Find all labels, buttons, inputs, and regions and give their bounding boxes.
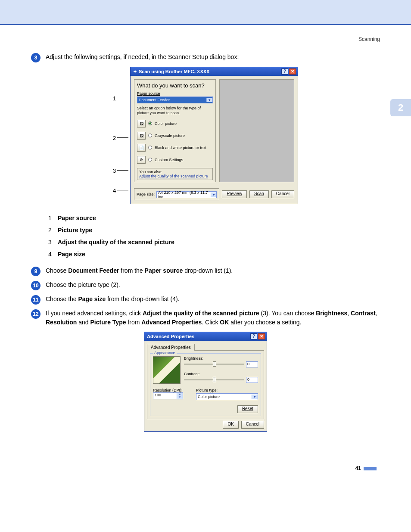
section-header: Scanning — [31, 36, 380, 53]
ok-button[interactable]: OK — [223, 421, 238, 429]
resolution-value: 100 — [153, 393, 177, 399]
radio-custom[interactable] — [148, 158, 152, 162]
chevron-down-icon: ▾ — [252, 395, 258, 399]
page-size-group: Page size: A4 210 x 297 mm (8.3 x 11.7 i… — [134, 188, 219, 200]
page-size-dropdown[interactable]: A4 210 x 297 mm (8.3 x 11.7 inc ▾ — [156, 191, 217, 198]
figure-scan-dialog: 1 2 3 4 ✦ Scan using Brother MFC- XXXX ?… — [31, 67, 380, 204]
paper-source-value: Document Feeder — [139, 98, 170, 102]
brightness-slider[interactable] — [184, 364, 244, 365]
step-9: 9 Choose Document Feeder from the Paper … — [31, 266, 380, 276]
radio-grayscale[interactable] — [148, 134, 152, 137]
step-text: If you need advanced settings, click Adj… — [46, 309, 380, 327]
reset-button[interactable]: Reset — [237, 405, 258, 413]
step-text: Choose the Page size from the drop-down … — [46, 295, 380, 304]
callout-3: 3 — [113, 168, 116, 174]
legend-paper-source: Paper source — [58, 215, 96, 221]
step-12: 12 If you need advanced settings, click … — [31, 309, 380, 327]
scan-button[interactable]: Scan — [249, 190, 269, 198]
chevron-down-icon: ▾ — [206, 98, 212, 102]
appearance-fieldset: Appearance Brightness: 0 Contrast: — [150, 353, 261, 416]
option-bw[interactable]: 📄 Black and white picture or text — [137, 144, 213, 152]
custom-settings-icon: ⚙ — [137, 156, 146, 164]
step-number: 8 — [31, 53, 40, 62]
scan-dialog-title: Scan using Brother MFC- XXXX — [139, 69, 209, 74]
paper-source-label: Paper source — [137, 91, 213, 96]
step-text: Choose Document Feeder from the Paper so… — [46, 266, 380, 276]
option-grayscale[interactable]: 🖼 Grayscale picture — [137, 132, 213, 140]
step-number: 10 — [31, 281, 40, 290]
option-color[interactable]: 🖼 Color picture — [137, 120, 213, 128]
preview-thumbnail — [153, 356, 181, 384]
step-text: Choose the picture type (2). — [46, 280, 380, 290]
callout-4: 4 — [113, 187, 116, 194]
legend-picture-type: Picture type — [58, 227, 92, 233]
option-custom[interactable]: ⚙ Custom Settings — [137, 156, 213, 164]
option-bw-label: Black and white picture or text — [155, 146, 206, 150]
spin-down-icon[interactable]: ▼ — [177, 396, 183, 399]
preview-button[interactable]: Preview — [222, 190, 247, 198]
preview-pane — [219, 79, 294, 182]
callout-2: 2 — [113, 135, 116, 141]
top-band — [0, 0, 411, 24]
picture-type-value: Color picture — [198, 395, 220, 399]
paper-source-dropdown[interactable]: Document Feeder ▾ — [137, 96, 213, 103]
picture-type-label: Picture type: — [196, 388, 258, 392]
bw-picture-icon: 📄 — [137, 144, 146, 152]
resolution-label: Resolution (DPI): — [153, 388, 192, 392]
contrast-label: Contrast: — [184, 372, 258, 376]
legend-adjust-quality: Adjust the quality of the scanned pictur… — [58, 239, 174, 246]
option-grayscale-label: Grayscale picture — [155, 134, 185, 138]
appearance-legend: Appearance — [153, 351, 177, 355]
close-button[interactable]: ✕ — [258, 333, 265, 339]
wizard-icon: ✦ — [133, 69, 137, 75]
contrast-value[interactable]: 0 — [246, 377, 258, 383]
radio-bw[interactable] — [148, 146, 152, 149]
color-picture-icon: 🖼 — [137, 120, 146, 128]
help-button[interactable]: ? — [250, 333, 257, 339]
advprop-title: Advanced Properties — [147, 334, 194, 339]
callout-legend: 1Paper source 2Picture type 3Adjust the … — [48, 212, 380, 260]
picture-type-dropdown[interactable]: Color picture ▾ — [196, 393, 258, 400]
page-number: 41 — [31, 439, 380, 471]
step-number: 11 — [31, 295, 40, 305]
chevron-down-icon: ▾ — [211, 193, 216, 197]
advanced-properties-dialog: Advanced Properties ? ✕ Advanced Propert… — [144, 332, 267, 432]
callout-1: 1 — [113, 95, 116, 102]
legend-page-size: Page size — [58, 251, 85, 258]
close-button[interactable]: ✕ — [289, 68, 296, 75]
spin-up-icon[interactable]: ▲ — [177, 393, 183, 396]
step-number: 12 — [31, 309, 40, 319]
figure-advanced-properties: Advanced Properties ? ✕ Advanced Propert… — [31, 332, 380, 432]
option-custom-label: Custom Settings — [155, 158, 183, 162]
you-can-also-box: You can also: Adjust the quality of the … — [137, 168, 213, 180]
step-number: 9 — [31, 267, 40, 276]
contrast-slider[interactable] — [184, 379, 244, 380]
step-11: 11 Choose the Page size from the drop-do… — [31, 295, 380, 305]
scan-dialog: ✦ Scan using Brother MFC- XXXX ? ✕ What … — [130, 67, 298, 204]
radio-color[interactable] — [148, 121, 152, 125]
advprop-titlebar[interactable]: Advanced Properties ? ✕ — [144, 332, 267, 341]
grayscale-picture-icon: 🖼 — [137, 132, 146, 140]
scan-heading: What do you want to scan? — [137, 82, 213, 89]
you-can-also-label: You can also: — [139, 170, 211, 174]
brightness-label: Brightness: — [184, 356, 258, 361]
resolution-spinner[interactable]: 100 ▲▼ — [153, 392, 183, 399]
option-color-label: Color picture — [155, 121, 177, 126]
brightness-value[interactable]: 0 — [246, 361, 258, 367]
step-text: Adjust the following settings, if needed… — [46, 53, 380, 62]
select-help-text: Select an option below for the type of p… — [137, 106, 213, 115]
scan-dialog-titlebar[interactable]: ✦ Scan using Brother MFC- XXXX ? ✕ — [131, 67, 298, 76]
step-10: 10 Choose the picture type (2). — [31, 280, 380, 290]
cancel-button[interactable]: Cancel — [241, 421, 264, 429]
tab-advanced-properties[interactable]: Advanced Properties — [147, 344, 195, 351]
help-button[interactable]: ? — [281, 68, 288, 75]
page-size-label: Page size: — [137, 192, 155, 196]
step-8: 8 Adjust the following settings, if need… — [31, 53, 380, 62]
cancel-button[interactable]: Cancel — [271, 190, 294, 198]
page-size-value: A4 210 x 297 mm (8.3 x 11.7 inc — [158, 190, 211, 199]
adjust-quality-link[interactable]: Adjust the quality of the scanned pictur… — [139, 174, 211, 178]
